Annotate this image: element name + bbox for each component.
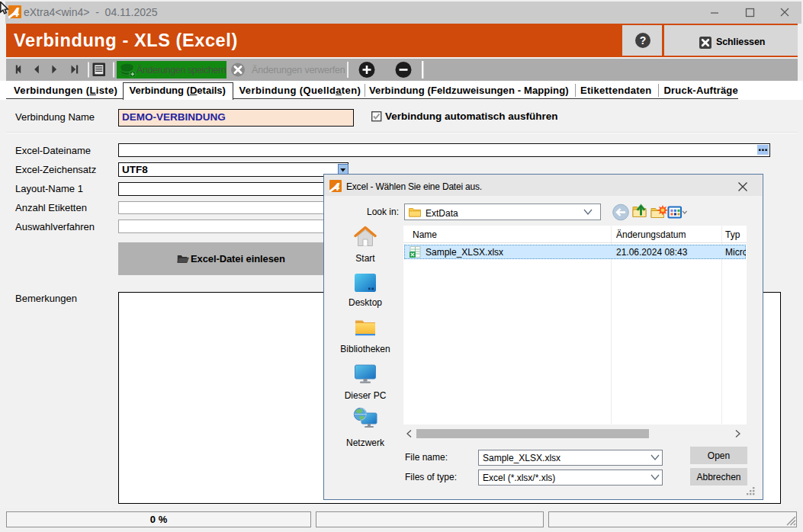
- svg-text:4: 4: [332, 180, 340, 192]
- svg-text:4: 4: [12, 6, 20, 19]
- svg-text:?: ?: [640, 34, 647, 46]
